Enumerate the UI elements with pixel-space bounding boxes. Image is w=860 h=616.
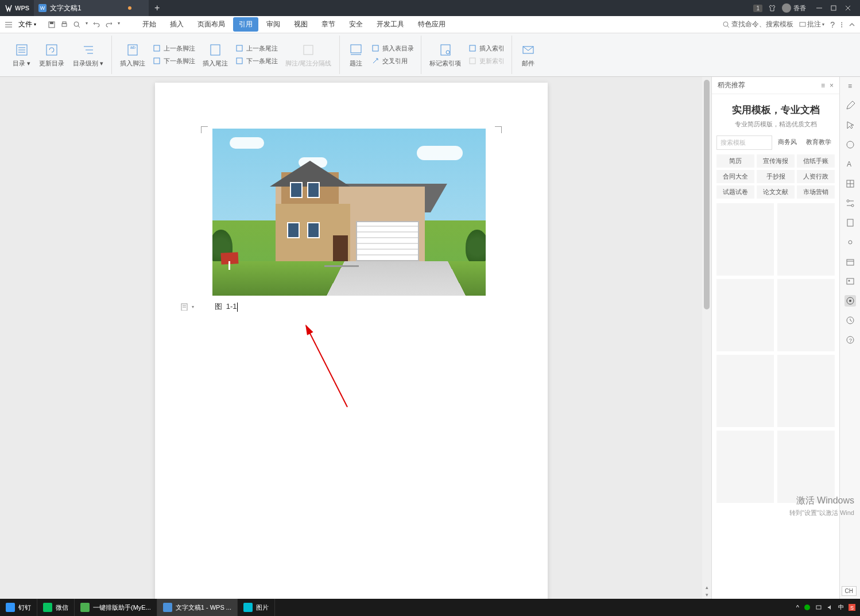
mark-index-button[interactable]: 标记索引项: [426, 36, 464, 74]
skin-icon[interactable]: [768, 4, 776, 12]
help-icon[interactable]: ?: [844, 334, 856, 346]
template-card[interactable]: [716, 203, 774, 276]
tag-contract[interactable]: 合同大全: [716, 170, 754, 183]
tag-exam[interactable]: 试题试卷: [716, 185, 754, 199]
template-card[interactable]: [777, 355, 835, 427]
insert-index-button[interactable]: 插入索引: [466, 43, 507, 55]
menu-dropdown[interactable]: ⁝: [840, 20, 843, 29]
next-endnote-button[interactable]: 下一条尾注: [233, 56, 280, 67]
caption-button[interactable]: 题注: [344, 36, 367, 74]
history-icon[interactable]: [844, 315, 856, 326]
pencil-icon[interactable]: [844, 100, 856, 111]
tray-sogou-icon[interactable]: S: [849, 604, 855, 611]
insert-table-list-button[interactable]: 插入表目录: [369, 43, 416, 55]
print-icon[interactable]: [60, 21, 68, 29]
para-dropdown-icon[interactable]: ▾: [192, 304, 194, 309]
preview-icon[interactable]: [73, 21, 81, 29]
template-card[interactable]: [777, 279, 835, 351]
pill-business[interactable]: 商务风: [774, 135, 800, 150]
tab-references[interactable]: 引用: [233, 17, 258, 32]
tag-letter[interactable]: 信纸手账: [797, 154, 835, 168]
document-tab[interactable]: W 文字文稿1: [34, 0, 149, 16]
app-logo[interactable]: WPS: [0, 0, 34, 16]
tray-ime-icon[interactable]: 中: [838, 603, 844, 611]
scroll-up-icon[interactable]: ▴: [704, 584, 710, 590]
shape-icon[interactable]: [844, 139, 856, 150]
scrollbar[interactable]: ▴ ▾: [702, 77, 711, 599]
next-footnote-button[interactable]: 下一条脚注: [150, 56, 197, 67]
tab-view[interactable]: 视图: [288, 17, 313, 32]
settings-icon[interactable]: [844, 197, 856, 209]
toc-button[interactable]: 目录 ▾: [9, 36, 34, 74]
prev-footnote-button[interactable]: 上一条脚注: [150, 43, 197, 55]
ime-indicator[interactable]: CH: [842, 586, 857, 596]
tray-up-icon[interactable]: ^: [796, 604, 799, 611]
tab-special[interactable]: 特色应用: [412, 17, 451, 32]
cursor-icon[interactable]: [844, 119, 856, 131]
template-card[interactable]: [716, 279, 774, 351]
qat-more-icon[interactable]: ▾: [86, 21, 88, 29]
notification-badge[interactable]: 1: [753, 5, 762, 12]
maximize-button[interactable]: [831, 5, 836, 11]
close-button[interactable]: [845, 5, 851, 11]
text-icon[interactable]: A: [844, 158, 856, 170]
toc-level-button[interactable]: 目录级别 ▾: [69, 36, 107, 74]
tab-review[interactable]: 审阅: [261, 17, 286, 32]
link-icon[interactable]: [844, 237, 856, 248]
scroll-down-icon[interactable]: ▾: [704, 592, 710, 598]
save-icon[interactable]: [48, 21, 56, 29]
scroll-thumb[interactable]: [704, 80, 710, 309]
minimize-button[interactable]: [816, 5, 822, 11]
template-card[interactable]: [777, 431, 835, 503]
tag-thesis[interactable]: 论文文献: [757, 185, 795, 199]
inserted-image[interactable]: [212, 129, 486, 296]
table-icon[interactable]: [844, 178, 856, 189]
command-search[interactable]: 查找命令、搜索模板: [723, 20, 793, 29]
tag-poster[interactable]: 宣传海报: [757, 154, 795, 168]
paragraph-options-icon[interactable]: [179, 301, 189, 312]
template-card[interactable]: [777, 203, 835, 276]
insert-footnote-button[interactable]: ab 插入脚注: [117, 36, 149, 74]
task-wechat[interactable]: 微信: [37, 599, 75, 616]
drag-handle-icon[interactable]: ≡: [844, 80, 856, 92]
collapse-ribbon[interactable]: [849, 21, 855, 28]
update-toc-button[interactable]: 更新目录: [36, 36, 68, 74]
task-dingtalk[interactable]: 钉钉: [0, 599, 37, 616]
pill-education[interactable]: 教育教学: [803, 135, 835, 150]
redo-icon[interactable]: [105, 21, 113, 29]
tab-developer[interactable]: 开发工具: [371, 17, 410, 32]
tag-marketing[interactable]: 市场营销: [797, 185, 835, 199]
undo-icon[interactable]: [92, 21, 100, 29]
prev-endnote-button[interactable]: 上一条尾注: [233, 43, 280, 55]
caption-text[interactable]: 图 1-1: [215, 301, 238, 312]
new-tab-button[interactable]: +: [149, 3, 165, 13]
tab-security[interactable]: 安全: [343, 17, 369, 32]
tab-insert[interactable]: 插入: [164, 17, 189, 32]
task-images[interactable]: 图片: [238, 599, 275, 616]
comments-button[interactable]: 批注 ▾: [799, 20, 824, 29]
tray-app-icon[interactable]: [804, 604, 811, 611]
qat-dropdown-icon[interactable]: ▾: [118, 21, 120, 29]
help-button[interactable]: ?: [830, 20, 835, 29]
tag-handout[interactable]: 手抄报: [757, 170, 795, 183]
sidebar-menu-icon[interactable]: ≡: [821, 82, 825, 90]
task-typeset[interactable]: 一键排版助手(MyE...: [75, 599, 157, 616]
template-icon[interactable]: [844, 295, 856, 307]
tag-hr[interactable]: 人资行政: [797, 170, 835, 183]
tab-section[interactable]: 章节: [316, 17, 341, 32]
tab-home[interactable]: 开始: [137, 17, 162, 32]
archive-icon[interactable]: [844, 256, 856, 268]
sidebar-close-icon[interactable]: ×: [830, 82, 834, 90]
insert-endnote-button[interactable]: 插入尾注: [199, 36, 231, 74]
image-icon[interactable]: [844, 276, 856, 287]
menu-icon[interactable]: [5, 21, 13, 29]
tray-network-icon[interactable]: [815, 604, 822, 611]
mail-button[interactable]: 邮件: [517, 36, 540, 74]
user-info[interactable]: 香香: [782, 3, 806, 13]
template-card[interactable]: [716, 355, 774, 427]
clipboard-icon[interactable]: [844, 217, 856, 228]
tray-volume-icon[interactable]: [827, 604, 834, 611]
template-card[interactable]: [716, 431, 774, 503]
task-wps[interactable]: 文字文稿1 - WPS ...: [157, 599, 238, 616]
tab-layout[interactable]: 页面布局: [192, 17, 231, 32]
